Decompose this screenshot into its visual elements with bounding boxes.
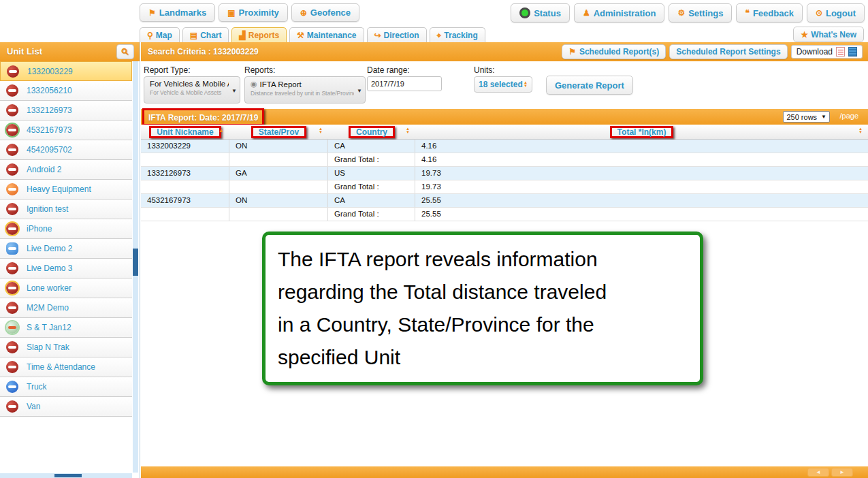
settings-button[interactable]: ⚙ Settings (669, 3, 732, 22)
vehicle-alert-icon (6, 282, 18, 294)
account-toolbar: Status ♟ Administration ⚙ Settings ❝ Fee… (511, 3, 865, 22)
report-title-bar: IFTA Report: Date: 2017/7/19 250 rows ▼ … (141, 109, 868, 125)
cell-unit (141, 153, 229, 166)
scheduled-reports-button[interactable]: ⚑ Scheduled Report(s) (562, 44, 666, 59)
sidebar-hscrollbar-thumb[interactable] (54, 474, 82, 477)
chart-page-icon: ▤ (190, 31, 197, 39)
excel-download-icon[interactable] (848, 47, 857, 57)
tab-direction[interactable]: ↪ Direction (367, 27, 427, 42)
unit-label: Live Demo 2 (27, 244, 72, 253)
cell-total: 25.55 (415, 208, 868, 221)
unit-item-1332056210[interactable]: 1332056210 (0, 81, 132, 101)
unit-item-ignition-test[interactable]: Ignition test (0, 200, 132, 219)
person-icon: ♟ (583, 9, 590, 17)
unit-item-iphone[interactable]: iPhone (0, 219, 132, 239)
unit-item-time-attendance[interactable]: Time & Attendance (0, 357, 132, 377)
date-range-input[interactable] (367, 76, 442, 91)
landmark-toolbar: ⚑ Landmarks ▣ Proximity ⊕ Geofence (140, 3, 359, 22)
tab-maintenance[interactable]: ⚒ Maintenance (289, 27, 364, 42)
units-label: Units: (474, 65, 495, 75)
unit-item-slap-n-trak[interactable]: Slap N Trak (0, 338, 132, 357)
unit-item-android-2[interactable]: Android 2 (0, 160, 132, 180)
column-header-country[interactable]: Country ▲▼ (328, 125, 415, 140)
unit-item-lone-worker[interactable]: Lone worker (0, 278, 132, 298)
sort-asc-icon[interactable]: ▲ (219, 127, 224, 133)
whats-new-button[interactable]: ★ What's New (793, 27, 864, 42)
unit-item-4532167973[interactable]: 4532167973 (0, 121, 132, 140)
table-row: 4532167973 ON CA 25.55 (141, 194, 868, 208)
scheduled-report-settings-button[interactable]: Scheduled Report Settings (669, 44, 787, 59)
vehicle-icon (6, 262, 18, 274)
unit-label: 4542095702 (27, 145, 72, 155)
unit-label: 1332126973 (27, 106, 72, 115)
annotation-line: regarding the Total distance traveled (278, 276, 688, 308)
cell-state (229, 208, 328, 221)
unit-item-live-demo-2[interactable]: Live Demo 2 (0, 239, 132, 259)
flag-icon: ⚑ (568, 48, 576, 56)
tab-chart[interactable]: ▤ Chart (182, 27, 229, 42)
sort-icon[interactable]: ▲▼ (319, 127, 323, 134)
logout-button[interactable]: ⊙ Logout (807, 3, 865, 22)
table-header: Unit Nickname ▲ State/Prov ▲▼ Country ▲▼… (141, 125, 868, 140)
unit-search-button[interactable]: ⚲ (116, 44, 134, 59)
sort-icon[interactable]: ▲▼ (406, 127, 410, 134)
page-previous-button[interactable]: ◄ (807, 468, 829, 477)
tab-map[interactable]: ⚲ Map (140, 27, 180, 42)
status-button[interactable]: Status (511, 3, 570, 22)
reports-subtitle: Distance traveled by unit in State/Provi… (251, 90, 354, 97)
landmarks-label: Landmarks (159, 7, 206, 18)
annotation-line: The IFTA report reveals information (278, 243, 688, 276)
table-row-grand-total: Grand Total : 25.55 (141, 208, 868, 221)
rows-per-page-select[interactable]: 250 rows ▼ (783, 111, 830, 123)
landmarks-button[interactable]: ⚑ Landmarks (140, 3, 215, 22)
unit-item-1332126973[interactable]: 1332126973 (0, 101, 132, 121)
page-next-button[interactable]: ► (831, 468, 853, 477)
table-row-grand-total: Grand Total : 19.73 (141, 180, 868, 194)
vehicle-moving-icon (6, 124, 18, 136)
proximity-label: Proximity (238, 7, 278, 18)
pagination-bar: ◄ ► (141, 466, 868, 478)
units-selector[interactable]: 18 selected ▲▼ (474, 76, 532, 93)
tab-maintenance-label: Maintenance (307, 31, 357, 40)
tab-reports[interactable]: ▟ Reports (231, 27, 287, 42)
report-type-dropdown[interactable]: For Vehicles & Mobile Assets For Vehicle… (144, 76, 240, 103)
geofence-button[interactable]: ⊕ Geofence (291, 3, 359, 22)
annotation-red-box: State/Prov (251, 126, 306, 138)
pdf-download-icon[interactable] (836, 47, 845, 57)
table-body: 1332003229 ON CA 4.16 Grand Total : 4.16… (141, 140, 868, 221)
vehicle-icon (6, 144, 18, 156)
gear-icon: ⚙ (677, 9, 685, 17)
annotation-red-box: Country (349, 126, 395, 138)
unit-list: 1332003229 1332056210 1332126973 4532167… (0, 61, 132, 417)
table-row-grand-total: Grand Total : 4.16 (141, 153, 868, 167)
cell-state: ON (229, 140, 328, 153)
unit-item-van[interactable]: Van (0, 397, 132, 417)
reports-value: IFTA Report (260, 80, 302, 89)
chevron-down-icon: ▼ (231, 88, 237, 94)
unit-item-4542095702[interactable]: 4542095702 (0, 140, 132, 160)
administration-button[interactable]: ♟ Administration (574, 3, 665, 22)
unit-item-truck[interactable]: Truck (0, 377, 132, 397)
status-label: Status (534, 8, 561, 18)
unit-label: Ignition test (27, 204, 68, 214)
feedback-button[interactable]: ❝ Feedback (736, 3, 802, 22)
column-header-total-in-km[interactable]: Total *In(km) ▲▼ (415, 125, 868, 140)
column-header-state-prov[interactable]: State/Prov ▲▼ (229, 125, 328, 140)
column-header-unit-nickname[interactable]: Unit Nickname ▲ (141, 125, 229, 140)
cell-country: CA (328, 194, 415, 207)
proximity-button[interactable]: ▣ Proximity (219, 3, 288, 22)
wrench-icon: ⚒ (297, 31, 304, 39)
report-type-value: For Vehicles & Mobile Assets (150, 80, 229, 88)
unit-item-1332003229[interactable]: 1332003229 (0, 61, 132, 81)
unit-item-heavy-equipment[interactable]: Heavy Equipment (0, 180, 132, 200)
sidebar-scrollbar-thumb[interactable] (133, 249, 138, 276)
reports-dropdown[interactable]: ◉ IFTA Report Distance traveled by unit … (244, 76, 366, 103)
unit-item-live-demo-3[interactable]: Live Demo 3 (0, 259, 132, 278)
unit-item-m2m-demo[interactable]: M2M Demo (0, 298, 132, 318)
column-label: Country (356, 127, 387, 137)
generate-report-button[interactable]: Generate Report (546, 76, 633, 95)
cell-country: Grand Total : (328, 208, 415, 221)
sort-icon[interactable]: ▲▼ (858, 127, 863, 134)
tab-tracking[interactable]: ⌖ Tracking (430, 27, 485, 42)
unit-item-s-t-jan12[interactable]: S & T Jan12 (0, 318, 132, 338)
